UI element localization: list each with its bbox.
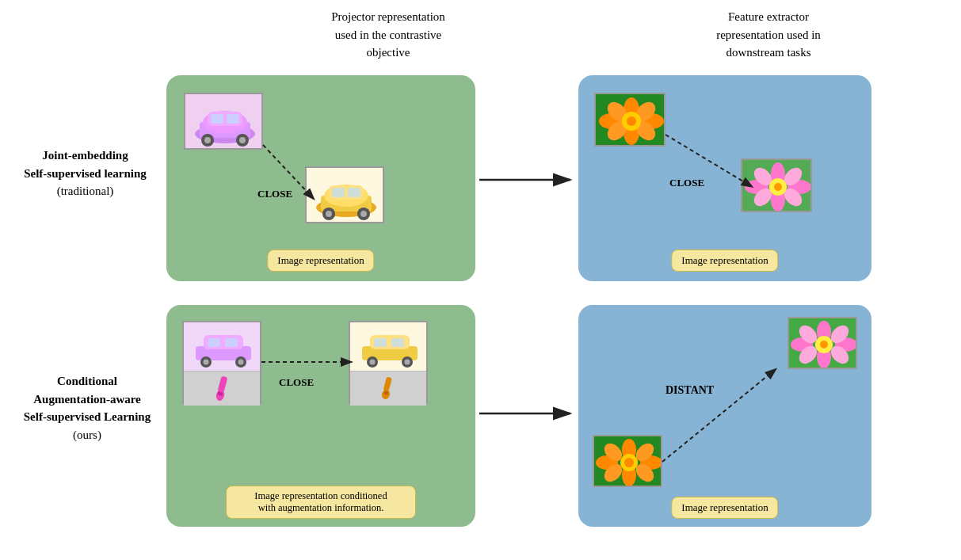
distant-label: DISTANT [665,384,714,397]
svg-point-67 [405,360,410,365]
blue-panel-bottom: DISTANT Image representation [578,305,871,527]
label-joint-embedding: Joint-embeddingSelf-supervised learning(… [16,147,154,200]
svg-point-44 [774,183,782,191]
svg-rect-16 [332,188,345,197]
aug-card-right [349,321,428,404]
aug-card-left [182,321,261,404]
green-panel-top: CLOSE Image representation [166,75,475,281]
label-image-rep-top-green: Image representation [267,250,374,272]
svg-point-33 [627,116,636,126]
diagram: Projector representationused in the cont… [0,0,961,560]
close-label-top-green: CLOSE [257,188,292,200]
svg-rect-68 [383,376,392,391]
svg-point-21 [360,211,367,217]
label-conditional: ConditionalAugmentation-awareSelf-superv… [16,372,158,444]
label-image-rep-bottom-blue: Image representation [671,497,778,519]
header-projector: Projector representationused in the cont… [277,8,499,62]
svg-rect-6 [227,114,239,124]
close-label-bottom-green: CLOSE [279,376,314,389]
svg-point-20 [326,211,332,217]
svg-point-55 [238,360,244,365]
header-feature: Feature extractorrepresentation used ind… [658,8,879,62]
pink-car-image [184,93,263,150]
close-label-top-blue: CLOSE [669,177,704,189]
pink-flower-image-top [741,158,812,212]
svg-point-9 [204,137,211,143]
svg-rect-5 [211,114,223,124]
svg-rect-51 [225,338,238,347]
svg-point-10 [239,137,246,143]
svg-rect-63 [391,338,404,347]
arrow-top [479,170,578,189]
green-panel-bottom: CLOSE Image representation conditionedwi… [166,305,475,527]
arrow-bottom [479,404,578,423]
blue-panel-top: CLOSE Image representation [578,75,871,281]
orange-flower-bottom-left [593,435,662,487]
svg-point-66 [370,360,376,365]
svg-rect-56 [218,375,228,392]
label-image-rep-top-blue: Image representation [671,250,778,272]
svg-point-82 [820,341,828,349]
svg-rect-50 [208,338,220,347]
svg-point-54 [204,360,209,365]
svg-point-93 [624,458,634,467]
svg-rect-17 [348,188,360,197]
svg-rect-62 [374,338,387,347]
yellow-car-image [305,166,384,223]
label-image-rep-cond: Image representation conditionedwith aug… [226,486,416,519]
pink-flower-bottom-right [787,317,857,369]
orange-flower-image-top [594,93,665,147]
